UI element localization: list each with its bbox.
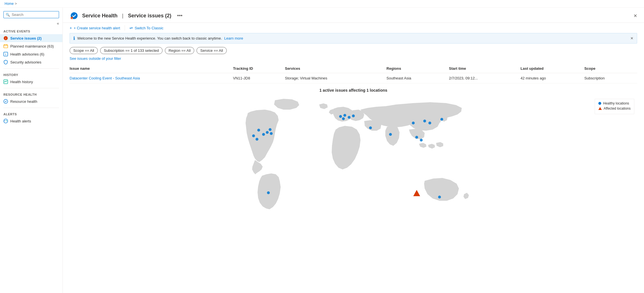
switch-classic-button[interactable]: ⇌ Switch To Classic: [129, 26, 163, 30]
svg-text:i: i: [5, 53, 6, 56]
svg-point-16: [266, 131, 269, 134]
banner-text: Welcome to the new Service Health experi…: [77, 36, 222, 40]
map-section: 1 active issues affecting 1 locations: [63, 83, 644, 220]
svg-point-23: [348, 116, 351, 119]
subscription-filter[interactable]: Subscription == 1 of 133 selected: [100, 47, 163, 54]
svg-point-10: [6, 120, 7, 121]
svg-rect-2: [4, 45, 8, 48]
svg-point-29: [423, 120, 426, 122]
svg-text:!: !: [5, 37, 6, 40]
col-start-time: Start time: [449, 64, 521, 73]
toolbar-divider: [125, 25, 125, 31]
banner-close-button[interactable]: ✕: [630, 36, 633, 40]
info-banner: ℹ Welcome to the new Service Health expe…: [70, 33, 637, 44]
issues-table: Issue name Tracking ID Services Regions …: [70, 64, 637, 83]
sidebar-divider-3: [3, 108, 59, 108]
page-more-button[interactable]: •••: [177, 13, 183, 19]
map-title: 1 active issues affecting 1 locations: [70, 88, 637, 93]
svg-point-15: [262, 133, 265, 136]
page-header: ✕ Service Health | Service issues (2) ••…: [63, 8, 644, 23]
sidebar-item-security-advisories[interactable]: Security advisories: [0, 58, 62, 66]
scope-filter[interactable]: Scope == All: [70, 47, 98, 54]
breadcrumb-sep: >: [15, 2, 17, 6]
svg-point-27: [389, 133, 392, 136]
banner-learn-more-link[interactable]: Learn more: [224, 36, 243, 40]
sidebar-item-planned-maintenance-label: Planned maintenance (63): [10, 44, 54, 48]
affected-triangle-icon: [598, 107, 602, 110]
sidebar-section-active-events: ACTIVE EVENTS: [0, 27, 62, 34]
security-advisories-icon: [3, 60, 8, 64]
healthy-dot-icon: [598, 102, 601, 105]
sidebar-item-service-issues[interactable]: ! Service issues (2): [0, 34, 62, 42]
svg-point-18: [252, 134, 255, 137]
sidebar-item-health-history[interactable]: Health history: [0, 78, 62, 86]
health-alerts-icon: [3, 119, 8, 123]
sidebar-item-health-alerts[interactable]: Health alerts: [0, 117, 62, 125]
sidebar-item-resource-health[interactable]: Resource health: [0, 97, 62, 105]
resource-health-icon: [3, 99, 8, 104]
svg-point-31: [440, 118, 443, 121]
legend-affected: Affected locations: [598, 106, 631, 110]
regions-cell: Southeast Asia: [386, 73, 449, 83]
issue-name-link[interactable]: Datacenter Cooling Event - Southeast Asi…: [70, 76, 140, 80]
service-issues-icon: !: [3, 36, 8, 40]
sidebar-item-planned-maintenance[interactable]: Planned maintenance (63): [0, 42, 62, 50]
service-health-icon: ✕: [70, 11, 79, 20]
create-alert-label: + Create service health alert: [74, 26, 120, 30]
scope-cell: Subscription: [584, 73, 637, 83]
switch-icon: ⇌: [129, 26, 133, 30]
toolbar: + + Create service health alert ⇌ Switch…: [63, 23, 644, 33]
svg-point-22: [343, 114, 346, 117]
col-scope: Scope: [584, 64, 637, 73]
svg-rect-4: [6, 44, 7, 45]
col-last-updated: Last updated: [521, 64, 584, 73]
search-icon: 🔍: [6, 13, 10, 17]
close-button[interactable]: ✕: [633, 13, 637, 19]
sidebar-divider-2: [3, 88, 59, 88]
tracking-id-cell: VN11-JD8: [233, 73, 285, 83]
svg-point-35: [438, 196, 441, 198]
create-alert-button[interactable]: + + Create service health alert: [70, 26, 120, 30]
health-advisories-icon: i: [3, 52, 8, 56]
filters-bar: Scope == All Subscription == 1 of 133 se…: [63, 47, 644, 56]
world-map: [225, 96, 482, 216]
collapse-sidebar-button[interactable]: «: [56, 21, 60, 26]
search-input[interactable]: [3, 11, 59, 18]
breadcrumb-home[interactable]: Home: [5, 2, 14, 6]
svg-point-20: [256, 138, 258, 141]
legend-healthy: Healthy locations: [598, 101, 631, 105]
svg-point-32: [415, 136, 418, 139]
svg-point-25: [342, 117, 345, 120]
sidebar-item-health-advisories[interactable]: i Health advisories (6): [0, 50, 62, 58]
sidebar-divider-1: [3, 68, 59, 69]
region-filter[interactable]: Region == All: [165, 47, 194, 54]
sidebar: 🔍 « ACTIVE EVENTS ! Service issues (2): [0, 8, 63, 293]
see-issues-container: See issues outside of your filter: [63, 56, 644, 64]
page-subtitle: Service issues (2): [128, 13, 171, 19]
svg-rect-3: [5, 44, 5, 45]
svg-text:✕: ✕: [71, 17, 73, 19]
main-content: ✕ Service Health | Service issues (2) ••…: [63, 8, 644, 293]
col-tracking-id: Tracking ID: [233, 64, 285, 73]
sidebar-item-health-alerts-label: Health alerts: [10, 119, 31, 123]
svg-point-34: [267, 191, 270, 194]
svg-point-17: [269, 128, 272, 131]
table-row: Datacenter Cooling Event - Southeast Asi…: [70, 73, 637, 83]
svg-point-28: [412, 122, 415, 124]
sidebar-item-service-issues-label: Service issues (2): [10, 36, 42, 40]
sidebar-item-health-history-label: Health history: [10, 80, 33, 84]
service-filter[interactable]: Service == All: [197, 47, 227, 54]
page-title: Service Health: [82, 13, 118, 19]
svg-point-30: [428, 122, 431, 124]
svg-point-33: [420, 139, 423, 142]
planned-maintenance-icon: [3, 44, 8, 48]
banner-info-icon: ℹ: [73, 36, 75, 41]
svg-point-19: [270, 132, 273, 135]
legend-healthy-label: Healthy locations: [603, 101, 629, 105]
sidebar-item-resource-health-label: Resource health: [10, 99, 37, 104]
start-time-cell: 2/7/2023, 09:12...: [449, 73, 521, 83]
legend-affected-label: Affected locations: [604, 106, 631, 110]
page-title-sep: |: [122, 13, 123, 19]
svg-point-21: [339, 115, 342, 118]
see-issues-link[interactable]: See issues outside of your filter: [70, 56, 121, 61]
